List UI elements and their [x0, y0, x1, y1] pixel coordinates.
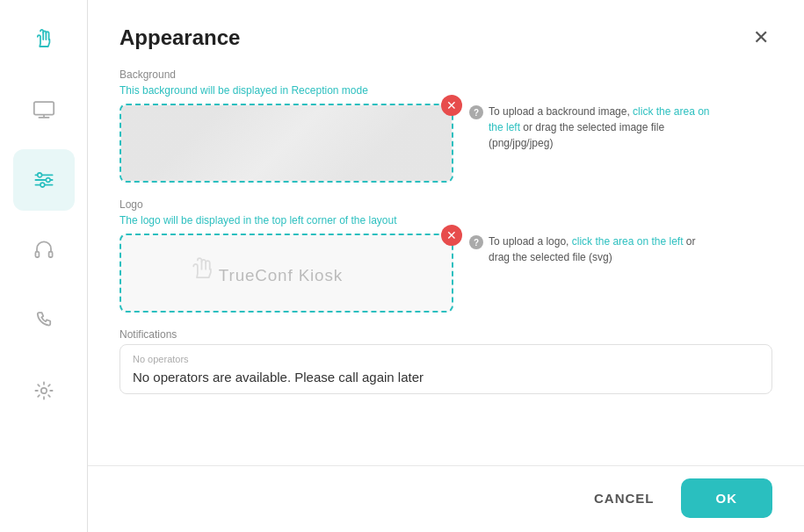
svg-point-6 [37, 173, 41, 177]
logo-remove-button[interactable]: ✕ [441, 225, 462, 246]
background-upload-area[interactable]: ✕ [120, 104, 453, 183]
svg-rect-10 [48, 252, 52, 257]
sidebar-item-phone[interactable] [13, 290, 75, 351]
headset-icon [30, 236, 58, 264]
background-upload-row: ✕ ? To upload a backround image, click t… [120, 104, 772, 183]
dialog-content: Appearance ✕ Background This background … [88, 0, 804, 465]
background-section: Background This background will be displ… [120, 68, 772, 198]
sidebar [0, 0, 88, 532]
gear-icon [30, 377, 58, 405]
no-operators-text: No operators are available. Please call … [133, 370, 759, 385]
background-question-icon: ? [469, 105, 483, 119]
hand-icon [30, 25, 58, 54]
sidebar-item-sliders[interactable] [13, 149, 75, 211]
background-sublabel: This background will be displayed in Rec… [120, 84, 772, 97]
svg-point-7 [46, 178, 50, 183]
svg-text:TrueConf Kiosk: TrueConf Kiosk [219, 266, 343, 284]
logo-question-icon: ? [469, 235, 483, 249]
svg-rect-9 [35, 252, 39, 257]
close-button[interactable]: ✕ [750, 25, 772, 51]
logo-hint-link[interactable]: click the area on the left [572, 235, 684, 248]
background-hint-link[interactable]: click the area on the left [489, 105, 710, 133]
background-remove-button[interactable]: ✕ [441, 95, 462, 116]
display-icon [30, 96, 58, 124]
sliders-icon [30, 166, 58, 194]
logo-label: Logo [120, 198, 772, 211]
notifications-box: No operators No operators are available.… [120, 344, 772, 394]
dialog-footer: CANCEL OK [88, 465, 804, 532]
background-label: Background [120, 68, 772, 81]
logo-section: Logo The logo will be displayed in the t… [120, 198, 772, 328]
svg-point-8 [40, 183, 45, 187]
dialog-header: Appearance ✕ [120, 25, 772, 51]
cancel-button[interactable]: CANCEL [568, 478, 681, 518]
background-hint-text: To upload a backround image, click the a… [489, 104, 715, 151]
logo-upload-area[interactable]: TrueConf Kiosk ✕ [120, 234, 453, 313]
logo-image: TrueConf Kiosk [181, 242, 392, 304]
svg-point-11 [40, 388, 46, 393]
sidebar-item-gear[interactable] [13, 360, 75, 421]
no-operators-label: No operators [133, 354, 759, 364]
notifications-section: Notifications No operators No operators … [120, 328, 772, 394]
svg-rect-0 [33, 102, 53, 114]
logo-hint-text: To upload a logo, click the area on the … [489, 234, 715, 265]
logo-upload-row: TrueConf Kiosk ✕ ? To upload a logo, cli… [120, 234, 772, 313]
phone-icon [30, 306, 58, 334]
sidebar-item-display[interactable] [13, 79, 75, 140]
main-panel: Appearance ✕ Background This background … [88, 0, 804, 532]
background-hint: ? To upload a backround image, click the… [469, 104, 715, 151]
logo-sublabel: The logo will be displayed in the top le… [120, 214, 772, 226]
background-preview [121, 105, 452, 181]
sidebar-item-headset[interactable] [13, 219, 75, 281]
sidebar-item-hand[interactable] [13, 9, 75, 70]
ok-button[interactable]: OK [681, 478, 773, 518]
notifications-label: Notifications [120, 328, 772, 341]
logo-hint: ? To upload a logo, click the area on th… [469, 234, 715, 265]
dialog-title: Appearance [120, 25, 240, 50]
logo-preview: TrueConf Kiosk [121, 235, 452, 311]
